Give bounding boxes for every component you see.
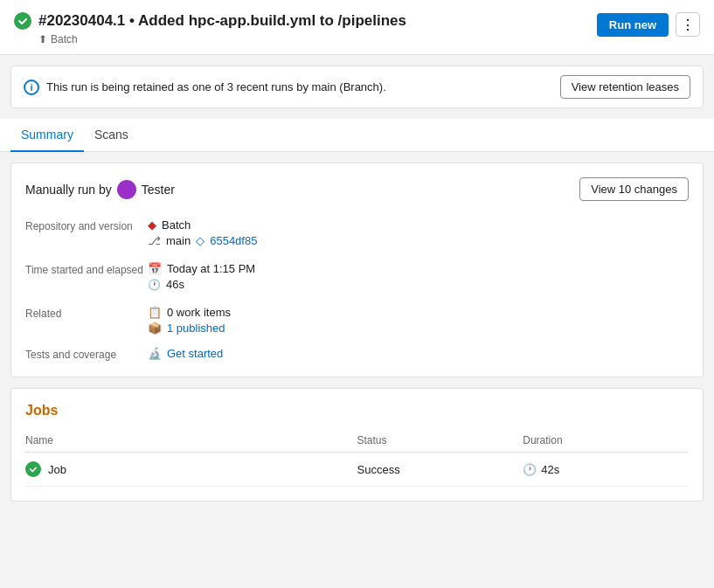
tests-label: Tests and coverage [25,347,148,363]
time-label: Time started and elapsed [25,262,148,294]
jobs-header-row: Name Status Duration [25,429,689,453]
view-changes-button[interactable]: View 10 changes [579,177,689,201]
commit-icon: ◇ [196,234,204,247]
build-number: #20230404.1 [38,12,125,29]
repo-name: Batch [162,218,191,232]
jobs-table-header: Name Status Duration [25,429,689,453]
commit-hash[interactable]: 6554df85 [210,234,257,247]
header-left: #20230404.1 • Added hpc-app.build.yml to… [14,12,406,45]
jobs-title: Jobs [25,403,689,419]
user-avatar [117,180,136,199]
tests-icon: 🔬 [148,347,162,360]
summary-card: Manually run by Tester View 10 changes R… [10,163,704,377]
pipeline-success-icon [14,12,31,30]
repo-icon: ◆ [148,218,156,232]
main-content: Manually run by Tester View 10 changes R… [0,152,714,512]
more-options-button[interactable]: ⋮ [676,12,700,37]
info-icon: i [24,80,39,95]
repo-label: Repository and version [25,218,148,250]
branch-icon: ⎇ [148,234,161,247]
jobs-table: Name Status Duration Job Success [25,429,689,487]
run-new-button[interactable]: Run new [597,13,669,37]
job-name: Job [48,463,66,476]
page-wrapper: #20230404.1 • Added hpc-app.build.yml to… [0,0,714,512]
retention-left: i This run is being retained as one of 3… [24,80,386,95]
time-value: 📅 Today at 1:15 PM 🕐 46s [148,262,689,294]
elapsed-row: 🕐 46s [148,278,689,291]
duration-value: 42s [541,463,559,476]
manually-run-text: Manually run by [25,183,112,197]
view-retention-button[interactable]: View retention leases [560,75,690,99]
branch-name: main [166,234,191,247]
get-started-link[interactable]: Get started [167,347,223,360]
branch-row: ⎇ main ◇ 6554df85 [148,234,689,247]
time-started: Today at 1:15 PM [167,262,255,275]
work-items: 0 work items [167,306,231,319]
jobs-table-body: Job Success 🕐 42s [25,453,689,487]
published-icon: 📦 [148,322,162,335]
table-row[interactable]: Job Success 🕐 42s [25,453,689,487]
tests-value: 🔬 Get started [148,347,689,363]
duration-clock-icon: 🕐 [523,463,537,476]
retention-banner: i This run is being retained as one of 3… [10,66,704,108]
repo-name-row: ◆ Batch [148,218,689,232]
published-row: 📦 1 published [148,322,689,335]
tab-summary[interactable]: Summary [10,119,84,152]
elapsed-time: 46s [166,278,184,291]
details-grid: Repository and version ◆ Batch ⎇ main ◇ … [25,218,689,363]
time-started-row: 📅 Today at 1:15 PM [148,262,689,275]
work-items-icon: 📋 [148,306,162,319]
job-name-cell: Job [25,453,357,487]
batch-label-row: ⬆ Batch [38,33,406,45]
tabs-bar: Summary Scans [0,119,714,152]
batch-text: Batch [51,33,78,45]
job-status: Success [357,453,523,487]
repo-value: ◆ Batch ⎇ main ◇ 6554df85 [148,218,689,250]
retention-message: This run is being retained as one of 3 r… [46,80,386,93]
header-title-row: #20230404.1 • Added hpc-app.build.yml to… [14,12,406,30]
title-separator: • [129,12,135,29]
manually-run-row: Manually run by Tester View 10 changes [25,177,689,201]
col-status-header: Status [357,429,523,453]
user-name: Tester [142,183,175,197]
clock-icon: 🕐 [148,279,161,291]
tests-row: 🔬 Get started [148,347,689,360]
work-items-row: 📋 0 work items [148,306,689,319]
published-count[interactable]: 1 published [167,322,225,335]
tab-scans[interactable]: Scans [84,119,139,152]
header-right: Run new ⋮ [597,12,700,37]
related-label: Related [25,306,148,335]
header: #20230404.1 • Added hpc-app.build.yml to… [0,0,714,55]
col-name-header: Name [25,429,357,453]
manually-run-left: Manually run by Tester [25,180,175,199]
job-duration: 🕐 42s [523,453,689,487]
col-duration-header: Duration [523,429,689,453]
batch-icon: ⬆ [38,33,47,45]
jobs-card: Jobs Name Status Duration [10,388,704,502]
calendar-icon: 📅 [148,262,162,275]
job-success-icon [25,461,41,477]
pipeline-title: #20230404.1 • Added hpc-app.build.yml to… [38,12,406,30]
related-value: 📋 0 work items 📦 1 published [148,306,689,335]
pipeline-name: Added hpc-app.build.yml to /pipelines [138,12,406,29]
